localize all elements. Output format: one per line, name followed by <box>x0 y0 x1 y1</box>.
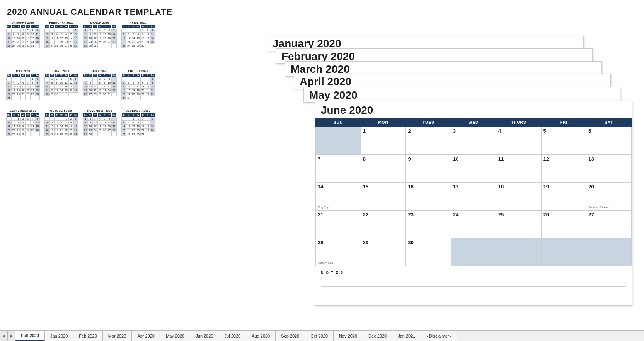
tab-aug-2020[interactable]: Aug 2020 <box>246 331 276 341</box>
june-cell: 7 <box>316 155 361 183</box>
stack-card-june[interactable]: June 2020 SUN MON TUES WED THURS FRI SAT <box>315 101 632 306</box>
mini-cal-row-2: MAY 2020 SuMTWRFSa 12 3456789 1011121314… <box>4 70 263 106</box>
tab-may-2020[interactable]: May 2020 <box>160 331 190 341</box>
june-cell: 22 <box>361 211 406 238</box>
tab-disclaimer[interactable]: - Disclaimer - <box>421 331 457 341</box>
th-m: M <box>11 25 16 29</box>
mini-cal-jul-title: JULY 2020 <box>83 70 116 72</box>
june-cell: 2 <box>406 127 451 155</box>
mini-cal-jun-title: JUNE 2020 <box>44 70 78 72</box>
mini-cal-april: APRIL 2020 SuMTWRFSa 1234 567891011 1213… <box>121 21 155 60</box>
june-cell-flag-day: 14Flag Day <box>316 183 361 211</box>
mini-cal-nov-title: NOVEMBER 2020 <box>83 110 116 112</box>
th-sa: Sa <box>35 25 39 29</box>
june-cell: 13 <box>586 155 632 183</box>
table-row: 1 2 3 4 5 6 <box>316 127 632 155</box>
tab-oct-2020[interactable]: Oct 2020 <box>305 331 334 341</box>
mini-cal-september: SEPTEMBER 2020 SuMTWRFSa 12345 678910111… <box>6 110 40 136</box>
mini-cal-aug-title: AUGUST 2020 <box>121 70 155 72</box>
tab-nov-2020[interactable]: Nov 2020 <box>334 331 363 341</box>
june-cell: 8 <box>361 155 406 183</box>
june-cell: 6 <box>586 127 632 155</box>
summer-solstice-label: Summer Solstice <box>588 206 629 209</box>
stack-card-may[interactable]: May 2020 <box>303 87 620 103</box>
tab-jan-2021[interactable]: Jan 2021 <box>392 331 421 341</box>
tab-sep-2020[interactable]: Sep 2020 <box>276 331 305 341</box>
june-cell: 4 <box>496 127 541 155</box>
june-cell: 17 <box>451 183 496 211</box>
mini-cal-oct-title: OCTOBER 2020 <box>44 110 78 112</box>
mini-cal-may: MAY 2020 SuMTWRFSa 12 3456789 1011121314… <box>6 70 40 100</box>
mini-cal-jan-title: JANUARY 2020 <box>6 21 40 24</box>
th-su: Su <box>7 25 12 29</box>
mini-cal-october: OCTOBER 2020 SuMTWRFSa 123 45678910 1112… <box>44 110 78 136</box>
june-cell: 18 <box>496 183 541 211</box>
june-cell-inactive <box>586 238 632 266</box>
annual-grid: JANUARY 2020 Su M T W R F Sa 1234 567891… <box>4 21 263 146</box>
table-row: 21 22 23 24 25 26 27 <box>316 211 632 238</box>
table-row: 7 8 9 10 11 12 13 <box>316 155 632 183</box>
mini-cal-dec-title: DECEMBER 2020 <box>121 110 155 112</box>
mini-cal-feb-title: FEBRUARY 2020 <box>44 21 78 24</box>
june-cell: 15 <box>361 183 406 211</box>
june-cell-inactive <box>496 238 541 266</box>
june-cell: 24 <box>451 211 496 238</box>
th-w: W <box>21 25 26 29</box>
june-cell-fathers-day: 28Father's Day <box>316 238 361 266</box>
tab-jun-2020[interactable]: Jun 2020 <box>190 331 219 341</box>
mini-cal-june: JUNE 2020 SuMTWRFSa 123456 78910111213 1… <box>44 70 78 100</box>
table-row: 28Father's Day 29 30 <box>316 238 632 266</box>
june-cell: 27 <box>586 211 632 238</box>
june-cell: 25 <box>496 211 541 238</box>
th-t: T <box>16 25 20 29</box>
tab-nav-right[interactable]: ▶ <box>8 331 15 341</box>
mini-cal-apr-title: APRIL 2020 <box>121 21 155 24</box>
col-wed: WED <box>451 118 496 127</box>
mini-cal-december: DECEMBER 2020 SuMTWRFSa 12345 6789101112… <box>121 110 155 136</box>
col-tue: TUES <box>406 118 451 127</box>
tab-bar: ◀ ▶ Full 2020 Jan 2020 Feb 2020 Mar 2020… <box>0 330 644 341</box>
mini-cal-august: AUGUST 2020 SuMTWRFSa 1 2345678 91011121… <box>121 70 155 100</box>
stack-card-april[interactable]: April 2020 <box>294 74 611 89</box>
june-cell: 5 <box>541 127 586 155</box>
tab-apr-2020[interactable]: Apr 2020 <box>132 331 160 341</box>
tab-dec-2020[interactable]: Dec 2020 <box>363 331 392 341</box>
tab-full-2020[interactable]: Full 2020 <box>15 331 45 341</box>
june-cell: 10 <box>451 155 496 183</box>
june-cell <box>316 127 361 155</box>
main-spreadsheet-area: 2020 ANNUAL CALENDAR TEMPLATE JANUARY 20… <box>0 0 644 330</box>
col-mon: MON <box>361 118 406 127</box>
tab-jan-2020[interactable]: Jan 2020 <box>45 331 73 341</box>
june-cell: 11 <box>496 155 541 183</box>
table-row: 14Flag Day 15 16 17 18 19 20Summer Solst… <box>316 183 632 211</box>
col-fri: FRI <box>541 118 586 127</box>
june-cell: 23 <box>406 211 451 238</box>
mini-cal-row-3: SEPTEMBER 2020 SuMTWRFSa 12345 678910111… <box>4 110 263 142</box>
june-cell: 26 <box>541 211 586 238</box>
june-cell: 9 <box>406 155 451 183</box>
june-cell: 21 <box>316 211 361 238</box>
tab-jul-2020[interactable]: Jul 2020 <box>219 331 247 341</box>
col-sat: SAT <box>586 118 632 127</box>
june-notes-header: N O T E S <box>321 269 626 274</box>
june-cell-solstice: 20Summer Solstice <box>586 183 632 211</box>
mini-cal-may-title: MAY 2020 <box>6 70 40 72</box>
mini-cal-february: FEBRUARY 2020 SuMTWRFSa 1 2345678 910111… <box>44 21 78 60</box>
tab-mar-2020[interactable]: Mar 2020 <box>103 331 132 341</box>
june-cell: 1 <box>361 127 406 155</box>
june-cell: 19 <box>541 183 586 211</box>
tab-nav-left[interactable]: ◀ <box>0 331 8 341</box>
mini-cal-july: JULY 2020 SuMTWRFSa 1234 567891011 12131… <box>83 70 116 100</box>
june-notes-lines <box>321 276 626 292</box>
tab-feb-2020[interactable]: Feb 2020 <box>73 331 102 341</box>
fathers-day-label: Father's Day <box>318 262 359 264</box>
th-f: F <box>30 25 35 29</box>
june-cell: 29 <box>361 238 406 266</box>
june-cell: 30 <box>406 238 451 266</box>
mini-cal-march: MARCH 2020 SuMTWRFSa 1234567 89101112131… <box>83 21 116 60</box>
th-r: R <box>26 25 30 29</box>
stacked-calendars-area: January 2020 February 2020 March 2020 Ap… <box>269 4 640 317</box>
june-cell: 16 <box>406 183 451 211</box>
mini-cal-sep-title: SEPTEMBER 2020 <box>6 110 40 112</box>
tab-add-button[interactable]: + <box>457 331 467 341</box>
